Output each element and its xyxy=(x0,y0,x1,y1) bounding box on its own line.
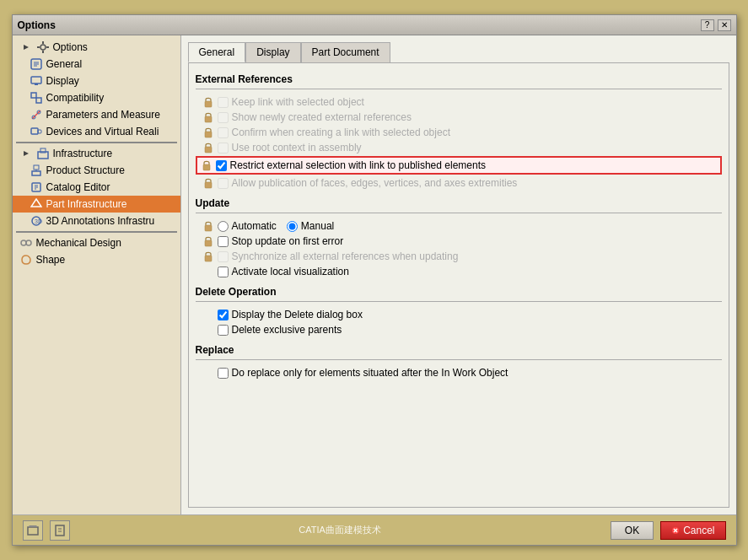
lock-icon-update-mode xyxy=(202,220,214,232)
sidebar-item-compatibility[interactable]: Compatibility xyxy=(13,89,180,106)
checkbox-do-replace[interactable] xyxy=(218,368,229,379)
mechanical-icon xyxy=(19,236,33,250)
svg-rect-45 xyxy=(56,525,64,536)
sidebar-item-general[interactable]: General xyxy=(13,56,180,73)
svg-rect-41 xyxy=(205,240,212,246)
bottom-bar: CATIA曲面建模技术 OK Cancel xyxy=(13,514,736,545)
svg-point-33 xyxy=(26,240,31,245)
sidebar-label-display: Display xyxy=(46,75,79,87)
svg-rect-36 xyxy=(205,132,212,137)
sidebar-item-product-structure[interactable]: Product Structure xyxy=(13,162,180,179)
radio-automatic-input[interactable] xyxy=(218,221,229,232)
radio-automatic-label: Automatic xyxy=(232,220,277,232)
label-restrict-external: Restrict external selection with link to… xyxy=(230,159,486,171)
cancel-button[interactable]: Cancel xyxy=(660,521,725,540)
display-icon xyxy=(30,74,43,88)
sidebar-label-product-structure: Product Structure xyxy=(46,164,125,176)
checkbox-activate-local[interactable] xyxy=(218,267,229,277)
svg-rect-34 xyxy=(205,101,212,107)
bottom-center-area: CATIA曲面建模技术 xyxy=(299,524,381,536)
lock-icon-synchronize xyxy=(202,250,214,262)
title-bar-buttons: ? ✕ xyxy=(701,19,731,31)
option-activate-local: Activate local visualization xyxy=(196,264,722,279)
sidebar-item-devices[interactable]: Devices and Virtual Reali xyxy=(13,123,180,140)
part-icon xyxy=(30,197,43,211)
tab-general[interactable]: General xyxy=(188,42,246,62)
option-synchronize: Synchronize all external references when… xyxy=(196,249,722,264)
svg-rect-10 xyxy=(31,77,41,83)
svg-rect-11 xyxy=(35,83,38,85)
checkbox-stop-update[interactable] xyxy=(218,236,229,247)
lock-icon-confirm-link xyxy=(202,127,214,138)
sidebar-label-infrastructure: Infrastructure xyxy=(53,148,113,159)
bottom-icon-1[interactable] xyxy=(23,520,43,541)
svg-rect-23 xyxy=(34,165,39,170)
lock-icon-allow-publication xyxy=(202,177,214,189)
sidebar-item-part-infrastructure[interactable]: Part Infrastructure xyxy=(13,196,180,213)
section-divider-update xyxy=(196,213,722,213)
sidebar-item-parameters[interactable]: Parameters and Measure xyxy=(13,106,180,123)
label-keep-link: Keep link with selected object xyxy=(232,96,364,108)
svg-rect-42 xyxy=(205,256,212,261)
help-button[interactable]: ? xyxy=(701,19,714,31)
sidebar-label-shape: Shape xyxy=(36,254,66,266)
bottom-icon-2[interactable] xyxy=(50,520,70,541)
checkbox-keep-link[interactable] xyxy=(218,97,229,108)
svg-rect-5 xyxy=(46,46,49,48)
option-confirm-link: Confirm when creating a link with select… xyxy=(196,125,722,140)
sidebar-label-devices: Devices and Virtual Reali xyxy=(46,126,159,137)
label-activate-local: Activate local visualization xyxy=(232,266,349,277)
svg-rect-17 xyxy=(31,128,38,134)
sidebar-item-shape[interactable]: Shape xyxy=(13,251,180,268)
ok-button[interactable]: OK xyxy=(611,521,654,540)
sidebar-item-3d-annotations[interactable]: 3D 3D Annotations Infrastru xyxy=(13,213,180,229)
option-show-newly: Show newly created external references xyxy=(196,110,722,125)
radio-manual-input[interactable] xyxy=(287,221,298,232)
tab-part-document[interactable]: Part Document xyxy=(301,42,390,62)
option-use-root: Use root context in assembly xyxy=(196,140,722,155)
section-divider-delete xyxy=(196,301,722,302)
sidebar-item-options-root[interactable]: Options xyxy=(13,39,180,56)
spacer-display-delete xyxy=(202,309,214,320)
sidebar-item-display[interactable]: Display xyxy=(13,73,180,89)
dialog-body: Options General Display xyxy=(13,35,736,514)
option-delete-exclusive: Delete exclusive parents xyxy=(196,322,722,337)
option-restrict-external-highlighted: Restrict external selection with link to… xyxy=(196,156,722,175)
section-divider-replace xyxy=(196,359,722,360)
sidebar-item-mechanical-design[interactable]: Mechanical Design xyxy=(13,234,180,251)
tab-display[interactable]: Display xyxy=(245,42,300,62)
option-allow-publication: Allow publication of faces, edges, verti… xyxy=(196,175,722,191)
checkbox-restrict-external[interactable] xyxy=(216,160,227,171)
sidebar-label-compatibility: Compatibility xyxy=(46,92,105,104)
sidebar-item-catalog-editor[interactable]: Catalog Editor xyxy=(13,179,180,196)
sidebar-label-part-infrastructure: Part Infrastructure xyxy=(46,198,127,210)
svg-rect-4 xyxy=(37,46,40,48)
checkbox-synchronize[interactable] xyxy=(218,251,229,262)
checkbox-delete-exclusive[interactable] xyxy=(218,325,229,336)
checkbox-allow-publication[interactable] xyxy=(218,178,229,189)
checkbox-display-delete[interactable] xyxy=(218,310,229,320)
sidebar-label-options: Options xyxy=(53,41,88,53)
svg-text:3D: 3D xyxy=(35,218,42,224)
general-icon xyxy=(30,57,43,71)
sidebar-divider-1 xyxy=(16,142,177,143)
sidebar-label-catalog-editor: Catalog Editor xyxy=(46,181,110,193)
close-button[interactable]: ✕ xyxy=(718,19,731,31)
shape-icon xyxy=(19,253,33,267)
checkbox-show-newly[interactable] xyxy=(218,112,229,123)
sidebar-item-infrastructure[interactable]: Infrastructure xyxy=(13,145,180,162)
expand-infra-icon xyxy=(19,147,33,160)
radio-manual[interactable]: Manual xyxy=(287,220,334,232)
spacer-delete-exclusive xyxy=(202,324,214,336)
spacer-do-replace xyxy=(202,367,214,379)
window-title: Options xyxy=(18,19,56,31)
tabs: General Display Part Document xyxy=(188,42,729,62)
option-update-mode: Automatic Manual xyxy=(196,218,722,234)
lock-icon-use-root xyxy=(202,142,214,153)
checkbox-confirm-link[interactable] xyxy=(218,127,229,138)
label-delete-exclusive: Delete exclusive parents xyxy=(232,324,342,336)
option-display-delete: Display the Delete dialog box xyxy=(196,307,722,322)
checkbox-use-root[interactable] xyxy=(218,143,229,153)
bottom-left-icons xyxy=(23,520,70,541)
radio-automatic[interactable]: Automatic xyxy=(218,220,277,232)
